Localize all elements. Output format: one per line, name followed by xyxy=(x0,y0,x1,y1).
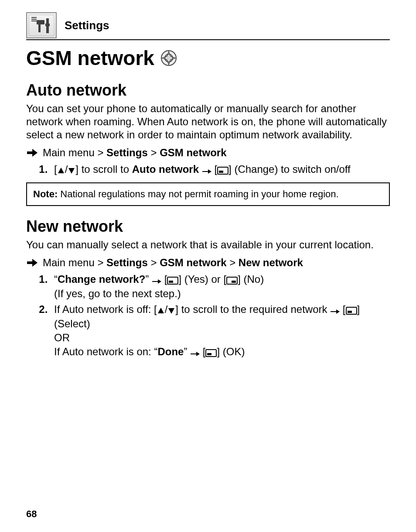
settings-icon xyxy=(26,12,57,38)
step-target: Auto network xyxy=(132,163,199,175)
note-label: Note: xyxy=(33,189,58,199)
nav-arrow-icon xyxy=(26,148,38,158)
q-text: Change network? xyxy=(58,273,145,285)
step-text: / xyxy=(65,163,68,175)
nav-prefix: Main menu > xyxy=(43,147,106,158)
nav-sep: > xyxy=(148,147,160,158)
step-text: [ xyxy=(211,163,217,175)
on-mid: ” xyxy=(184,346,190,357)
on-pre: If Auto network is on: “ xyxy=(54,346,157,357)
svg-rect-17 xyxy=(219,171,223,173)
softkey-icon xyxy=(217,167,228,175)
yes: ] (Yes) or [ xyxy=(178,273,226,285)
svg-rect-29 xyxy=(348,311,352,313)
svg-rect-1 xyxy=(31,17,37,18)
ok-close: ] (OK) xyxy=(217,346,245,357)
auto-steps: [/] to scroll to Auto network [] (Change… xyxy=(26,162,390,176)
svg-rect-7 xyxy=(45,24,50,26)
step-text: [ xyxy=(54,163,57,175)
new-steps: “Change network?” [] (Yes) or [] (No) (I… xyxy=(26,272,390,359)
svg-rect-5 xyxy=(38,24,41,32)
svg-rect-3 xyxy=(31,21,37,21)
new-network-heading: New network xyxy=(26,217,390,236)
svg-marker-12 xyxy=(58,168,64,173)
softkey-icon xyxy=(205,349,217,357)
svg-marker-27 xyxy=(336,309,340,314)
off-pre: If Auto network is off: [ xyxy=(54,303,157,315)
auto-breadcrumb: Main menu > Settings > GSM network xyxy=(26,147,390,159)
network-icon xyxy=(160,50,177,66)
off-mid: ] to scroll to the required network xyxy=(175,303,330,315)
up-triangle-icon xyxy=(57,167,65,175)
nav-seg: Settings xyxy=(106,147,148,158)
done: Done xyxy=(157,346,184,357)
note-text: National regulations may not permit roam… xyxy=(58,189,338,199)
right-arrow-icon xyxy=(190,351,200,357)
no: ] (No) xyxy=(238,273,264,285)
softkey-icon xyxy=(167,277,178,285)
page-header: Settings xyxy=(26,12,390,40)
svg-rect-0 xyxy=(29,15,54,36)
up-triangle-icon xyxy=(157,307,165,315)
nav-sep: > xyxy=(226,257,238,268)
note-box: Note: National regulations may not permi… xyxy=(26,182,390,206)
nav-arrow-icon xyxy=(26,257,38,268)
q-open: “ xyxy=(54,273,58,285)
svg-rect-2 xyxy=(31,19,37,20)
slash: / xyxy=(165,303,168,315)
svg-marker-31 xyxy=(196,352,200,356)
auto-network-heading: Auto network xyxy=(26,81,390,100)
q-close: ” xyxy=(145,273,152,285)
new-network-desc: You can manually select a network that i… xyxy=(26,238,390,251)
softkey-icon xyxy=(226,277,238,285)
nav-seg: GSM network xyxy=(160,257,226,268)
line2: (If yes, go to the next step.) xyxy=(54,288,181,299)
svg-rect-21 xyxy=(169,281,173,283)
auto-network-desc: You can set your phone to automatically … xyxy=(26,102,390,141)
svg-marker-25 xyxy=(168,308,174,314)
svg-marker-13 xyxy=(68,168,75,174)
nav-seg: New network xyxy=(239,257,303,268)
nav-seg: Settings xyxy=(106,257,148,268)
step-text: ] (Change) to switch on/off xyxy=(228,163,351,175)
right-arrow-icon xyxy=(330,309,340,315)
softkey-icon xyxy=(346,307,357,315)
step: If Auto network is off: [/] to scroll to… xyxy=(51,302,390,359)
title-row: GSM network xyxy=(26,46,390,70)
svg-rect-6 xyxy=(46,18,49,24)
step: [/] to scroll to Auto network [] (Change… xyxy=(51,162,390,176)
mid: [ xyxy=(161,273,167,285)
svg-rect-4 xyxy=(37,20,44,24)
header-label: Settings xyxy=(65,19,109,32)
page-number: 68 xyxy=(26,508,37,520)
sel-open: [ xyxy=(340,303,345,315)
nav-prefix: Main menu > xyxy=(43,257,106,268)
svg-point-10 xyxy=(165,54,173,62)
down-triangle-icon xyxy=(167,307,175,315)
new-breadcrumb: Main menu > Settings > GSM network > New… xyxy=(26,257,390,269)
right-arrow-icon xyxy=(202,168,211,175)
svg-rect-23 xyxy=(232,281,236,283)
svg-marker-15 xyxy=(208,169,211,174)
page-title: GSM network xyxy=(26,46,154,70)
or: OR xyxy=(54,332,70,343)
step-text: ] to scroll to xyxy=(75,163,132,175)
ok-open: [ xyxy=(200,346,205,357)
nav-seg: GSM network xyxy=(160,147,226,158)
svg-marker-24 xyxy=(158,308,164,313)
svg-rect-8 xyxy=(46,26,49,33)
step: “Change network?” [] (Yes) or [] (No) (I… xyxy=(51,272,390,301)
down-triangle-icon xyxy=(68,167,75,175)
right-arrow-icon xyxy=(152,278,161,285)
svg-marker-19 xyxy=(158,279,161,284)
svg-rect-33 xyxy=(207,353,211,355)
nav-sep: > xyxy=(148,257,160,268)
